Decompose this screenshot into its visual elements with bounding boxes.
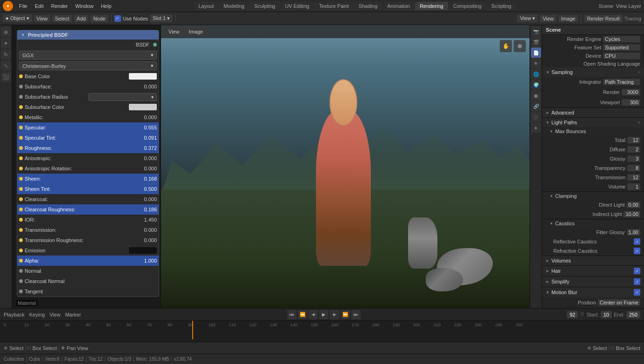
rpi-scene[interactable]: 🌐 <box>531 69 541 79</box>
tab-shading[interactable]: Shading <box>354 2 382 10</box>
left-icon-scale[interactable]: ⤡ <box>1 61 11 71</box>
left-icon-rotate[interactable]: ↻ <box>1 49 11 60</box>
anisotropic-value[interactable]: 0.000 <box>138 155 157 161</box>
base-color-swatch[interactable] <box>129 73 157 80</box>
tl-prev-frame[interactable]: ⏪ <box>298 310 307 319</box>
tb-add[interactable]: Add <box>74 15 89 22</box>
subsurface-value[interactable]: 0.000 <box>138 84 157 89</box>
bounces-diffuse-value[interactable]: 2 <box>627 146 640 153</box>
simplify-header[interactable]: ▼ Simplify ✓ <box>542 276 644 287</box>
tb-select[interactable]: Select <box>52 15 72 22</box>
hair-header[interactable]: ▼ Hair ✓ <box>542 266 644 276</box>
bt-pan-view[interactable]: Pan View <box>67 345 88 351</box>
device-value[interactable]: CPU <box>603 53 640 59</box>
tab-rendering[interactable]: Rendering <box>415 2 448 10</box>
integrator-value[interactable]: Path Tracing <box>603 79 640 85</box>
bt-select-1[interactable]: Select <box>9 345 24 351</box>
sampling-header[interactable]: ▼ Sampling ≡ <box>542 67 644 77</box>
rpi-constraints[interactable]: 🔗 <box>531 101 541 111</box>
transmission-roughness-value[interactable]: 0.000 <box>138 237 157 243</box>
sheen-value[interactable]: 0.168 <box>138 176 157 182</box>
principled-bsdf-node[interactable]: ▼ Principled BSDF BSDF GGX▾ C <box>17 30 159 297</box>
tab-modeling[interactable]: Modeling <box>219 2 249 10</box>
use-nodes-checkbox[interactable]: ✓ <box>114 15 121 22</box>
current-frame-display[interactable]: 92 <box>567 311 578 318</box>
bounces-transparency-value[interactable]: 8 <box>627 165 640 171</box>
feature-set-value[interactable]: Supported <box>603 44 640 51</box>
bounces-total-value[interactable]: 12 <box>627 137 640 143</box>
hair-checkbox[interactable]: ✓ <box>634 268 640 274</box>
subsurface-color-swatch[interactable] <box>129 104 157 110</box>
indirect-light-value[interactable]: 10.00 <box>624 211 640 217</box>
menu-render[interactable]: Render <box>48 2 71 10</box>
transmission-value[interactable]: 0.000 <box>138 227 157 233</box>
playback-menu[interactable]: Playback <box>4 312 25 317</box>
viewport-samples-value[interactable]: 300 <box>622 99 640 106</box>
simplify-checkbox[interactable]: ✓ <box>634 278 640 285</box>
tb-node[interactable]: Node <box>90 15 108 22</box>
metallic-value[interactable]: 0.000 <box>138 115 157 120</box>
alpha-value[interactable]: 1.000 <box>138 258 157 263</box>
advanced-header[interactable]: ▼ Advanced <box>542 108 644 117</box>
menu-file[interactable]: File <box>16 2 31 10</box>
end-frame[interactable]: 250 <box>626 311 640 318</box>
tb-view[interactable]: View <box>34 15 51 22</box>
shader-dropdown[interactable]: GGX▾ <box>19 51 157 60</box>
specular-tint-value[interactable]: 0.091 <box>138 135 157 141</box>
rpi-view[interactable]: 👁 <box>531 58 541 68</box>
vp-image-menu[interactable]: Image <box>185 28 207 35</box>
tab-layout[interactable]: Layout <box>194 2 219 10</box>
tab-texture-paint[interactable]: Texture Paint <box>314 2 353 10</box>
bt-box-select-1[interactable]: Box Select <box>33 345 57 351</box>
bounces-transmission-value[interactable]: 12 <box>627 174 640 181</box>
keying-menu[interactable]: Keying <box>29 312 45 317</box>
tab-uv-editing[interactable]: UV Editing <box>280 2 314 10</box>
tl-jump-end[interactable]: ⏭ <box>351 310 361 319</box>
clamping-header[interactable]: ▼ Clamping <box>542 192 644 200</box>
node-canvas[interactable]: ▼ Principled BSDF BSDF GGX▾ C <box>12 25 161 308</box>
motion-blur-header[interactable]: ▼ Motion Blur ✓ <box>542 287 644 297</box>
start-frame[interactable]: 10 <box>601 311 612 318</box>
viewport-orbit-tool[interactable]: ⊕ <box>514 40 526 52</box>
rpi-material[interactable]: ● <box>531 122 541 133</box>
subsurface-radius-dropdown[interactable]: ▾ <box>88 93 157 101</box>
refractive-caustics-checkbox[interactable]: ✓ <box>634 248 640 254</box>
tl-next-frame[interactable]: ⏩ <box>341 310 350 319</box>
volumes-header[interactable]: ▼ Volumes <box>542 256 644 265</box>
bt-select-2[interactable]: Select <box>593 345 607 351</box>
tb-render-result[interactable]: Render Result <box>584 15 622 22</box>
rpi-object[interactable]: ▣ <box>531 90 541 101</box>
rpi-camera[interactable]: 📷 <box>531 26 541 36</box>
rpi-data[interactable]: ⬡ <box>531 112 541 122</box>
viewport-hand-tool[interactable]: ✋ <box>500 40 512 52</box>
bounces-volume-value[interactable]: 1 <box>627 183 640 190</box>
roughness-value[interactable]: 0.372 <box>138 145 157 151</box>
filter-glossy-value[interactable]: 1.00 <box>627 229 640 236</box>
menu-help[interactable]: Help <box>98 2 115 10</box>
marker-menu[interactable]: Marker <box>65 312 81 317</box>
rpi-output[interactable]: 📄 <box>531 47 541 58</box>
tb-object[interactable]: ● Object ▾ <box>3 14 32 22</box>
tb-slot[interactable]: Slot 1 ▾ <box>150 14 173 22</box>
direct-light-value[interactable]: 0.00 <box>627 202 640 208</box>
menu-window[interactable]: Window <box>72 2 97 10</box>
tab-animation[interactable]: Animation <box>382 2 415 10</box>
emission-swatch[interactable] <box>129 247 157 254</box>
left-icon-cursor[interactable]: ⊕ <box>1 27 11 37</box>
timeline-ruler[interactable]: 0 10 20 30 40 50 60 70 80 90 100 110 120… <box>0 321 644 342</box>
tb-view3[interactable]: View <box>540 15 557 22</box>
max-bounces-header[interactable]: ▼ Max Bounces <box>542 127 644 135</box>
tab-compositing[interactable]: Compositing <box>449 2 486 10</box>
motion-blur-checkbox[interactable]: ✓ <box>634 289 640 296</box>
caustics-header[interactable]: ▼ Caustics <box>542 219 644 228</box>
position-value[interactable]: Center on Frame <box>598 299 640 306</box>
tl-prev-keyframe[interactable]: ◄ <box>309 310 318 319</box>
tl-jump-start[interactable]: ⏮ <box>287 310 296 319</box>
clearcoat-roughness-value[interactable]: 0.186 <box>138 207 157 212</box>
left-icon-transform[interactable]: ⬛ <box>1 72 11 82</box>
rpi-render[interactable]: 🎬 <box>531 37 541 47</box>
anisotropic-rotation-value[interactable]: 0.000 <box>138 166 157 171</box>
tl-play[interactable]: ▶ <box>319 310 329 319</box>
menu-edit[interactable]: Edit <box>32 2 47 10</box>
left-icon-move[interactable]: ✦ <box>1 38 11 48</box>
